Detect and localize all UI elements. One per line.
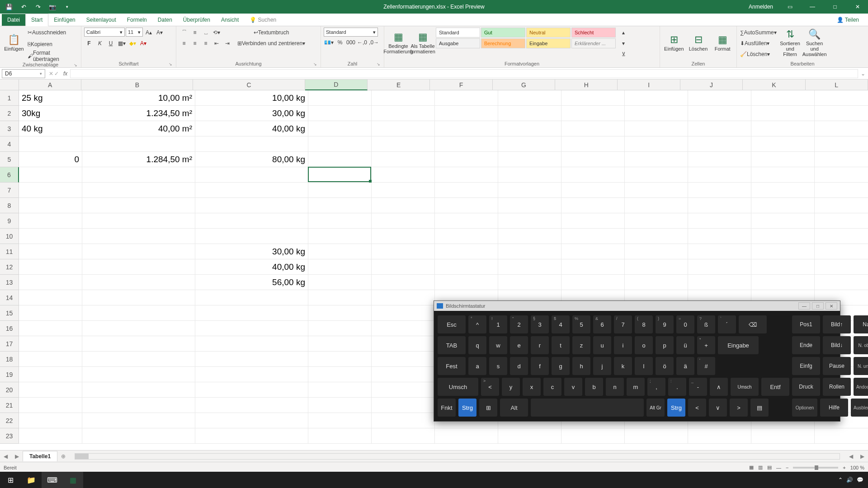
- cut-button[interactable]: ✂ Ausschneiden: [27, 28, 78, 38]
- osk-key[interactable]: t: [552, 336, 570, 354]
- view-layout-icon[interactable]: ▥: [758, 465, 763, 470]
- formula-input[interactable]: [70, 69, 858, 78]
- osk-key[interactable]: u: [593, 336, 611, 354]
- cell[interactable]: 56,00 kg: [195, 275, 308, 290]
- align-top-icon[interactable]: ⎴: [179, 28, 189, 38]
- format-table-button[interactable]: ▦Als Tabelle formatieren: [411, 28, 434, 58]
- osk-nav-key[interactable]: Nav: [854, 315, 868, 333]
- row-header[interactable]: 18: [0, 352, 19, 367]
- cancel-formula-icon[interactable]: ✕: [49, 70, 53, 77]
- column-header[interactable]: C: [193, 80, 305, 90]
- row-header[interactable]: 7: [0, 183, 19, 198]
- cell[interactable]: 40,00 m²: [82, 121, 195, 136]
- osk-nav-key[interactable]: Bild↑: [823, 315, 851, 333]
- osk-nav-key[interactable]: Hilfe: [820, 399, 848, 417]
- osk-key[interactable]: y: [502, 378, 520, 396]
- osk-key[interactable]: Fest: [438, 357, 466, 375]
- share-button[interactable]: 👤 Teilen: [831, 14, 864, 26]
- osk-key[interactable]: ö: [656, 357, 674, 375]
- merge-button[interactable]: ⊞ Verbinden und zentrieren ▾: [237, 38, 306, 48]
- row-header[interactable]: 16: [0, 321, 19, 336]
- tab-file[interactable]: Datei: [2, 14, 25, 26]
- grow-font-icon[interactable]: A▴: [144, 28, 154, 38]
- conditional-fmt-button[interactable]: ▦Bedingte Formatierung: [387, 28, 410, 58]
- row-header[interactable]: 8: [0, 198, 19, 213]
- tab-search[interactable]: 💡 Suchen: [244, 14, 282, 26]
- column-header[interactable]: K: [743, 80, 805, 90]
- tab-review[interactable]: Überprüfen: [178, 14, 216, 26]
- taskbar[interactable]: ⊞ 📁 ⌨ ▦ ⌃ 🔊 💬: [0, 472, 868, 488]
- cells-delete-button[interactable]: ⊟Löschen: [687, 28, 710, 58]
- styles-scroll-up-icon[interactable]: ▴: [618, 28, 628, 38]
- tab-data[interactable]: Daten: [152, 14, 178, 26]
- format-painter-button[interactable]: 🖌 Format übertragen: [27, 51, 78, 61]
- ribbon-display-icon[interactable]: ▭: [779, 0, 800, 14]
- osk-key[interactable]: r: [531, 336, 549, 354]
- tray-action-center-icon[interactable]: 💬: [857, 477, 863, 483]
- osk-key[interactable]: e: [510, 336, 528, 354]
- osk-key[interactable]: Alt Gr: [646, 399, 665, 417]
- osk-key[interactable]: w: [489, 336, 507, 354]
- cells-format-button[interactable]: ▦Format: [711, 28, 734, 58]
- osk-key[interactable]: 7/: [614, 315, 632, 333]
- osk-key[interactable]: 8(: [635, 315, 653, 333]
- row-header[interactable]: 15: [0, 305, 19, 321]
- tab-formulas[interactable]: Formeln: [122, 14, 152, 26]
- align-middle-icon[interactable]: ≡: [190, 28, 200, 38]
- osk-key[interactable]: 4$: [552, 315, 570, 333]
- osk-key[interactable]: p: [656, 336, 674, 354]
- styles-scroll-down-icon[interactable]: ▾: [618, 38, 628, 48]
- enter-formula-icon[interactable]: ✓: [54, 70, 59, 77]
- osk-key[interactable]: j: [593, 357, 611, 375]
- wrap-text-button[interactable]: ↩ Textumbruch: [237, 28, 306, 38]
- osk-close-icon[interactable]: ✕: [826, 302, 837, 310]
- cell[interactable]: 0: [19, 152, 82, 167]
- view-normal-icon[interactable]: ▦: [749, 465, 754, 470]
- name-box[interactable]: D6▾: [2, 69, 45, 78]
- osk-key[interactable]: ä: [676, 357, 694, 375]
- osk-nav-key[interactable]: Pos1: [792, 315, 820, 333]
- currency-icon[interactable]: 💶▾: [324, 38, 334, 47]
- row-header[interactable]: 4: [0, 136, 19, 152]
- column-header[interactable]: D: [305, 80, 368, 90]
- style-berechnung[interactable]: Berechnung: [481, 38, 525, 48]
- clear-button[interactable]: 🧹 Löschen ▾: [740, 49, 777, 59]
- osk-key[interactable]: [531, 399, 644, 417]
- font-size-select[interactable]: 11▾: [126, 28, 143, 37]
- row-header[interactable]: 1: [0, 90, 19, 106]
- align-left-icon[interactable]: ≡: [179, 38, 189, 48]
- undo-icon[interactable]: ↶: [18, 1, 29, 12]
- font-color-button[interactable]: A▾: [138, 38, 148, 48]
- find-select-button[interactable]: 🔍Suchen und Auswählen: [803, 28, 826, 58]
- row-header[interactable]: 12: [0, 259, 19, 275]
- horizontal-scrollbar[interactable]: [75, 453, 840, 460]
- fill-color-button[interactable]: ◆▾: [127, 38, 137, 48]
- minimize-icon[interactable]: —: [802, 0, 823, 14]
- osk-titlebar[interactable]: Bildschirmtastatur — □ ✕: [434, 301, 840, 311]
- hscroll-left-icon[interactable]: ◀: [845, 453, 857, 460]
- osk-key[interactable]: .:: [668, 378, 686, 396]
- osk-key[interactable]: 6&: [593, 315, 611, 333]
- osk-key[interactable]: Entf: [761, 378, 789, 396]
- column-headers[interactable]: ABCDEFGHIJKL: [19, 80, 868, 90]
- osk-key[interactable]: Strg: [458, 399, 476, 417]
- column-header[interactable]: F: [430, 80, 492, 90]
- dec-inc-icon[interactable]: ←,0: [357, 38, 368, 47]
- style-neutral[interactable]: Neutral: [526, 28, 571, 38]
- sort-filter-button[interactable]: ⇅Sortieren und Filtern: [779, 28, 802, 58]
- row-header[interactable]: 21: [0, 398, 19, 413]
- taskbar-explorer-icon[interactable]: 📁: [21, 472, 42, 488]
- osk-key[interactable]: ^°: [468, 315, 486, 333]
- osk-key[interactable]: ß?: [697, 315, 715, 333]
- osk-nav-key[interactable]: Ende: [792, 336, 820, 354]
- row-header[interactable]: 11: [0, 244, 19, 259]
- osk-nav-key[interactable]: N. unten: [854, 357, 868, 375]
- fx-icon[interactable]: fx: [61, 70, 70, 77]
- style-schlecht[interactable]: Schlecht: [571, 28, 616, 38]
- osk-key[interactable]: Alt: [500, 399, 528, 417]
- osk-key[interactable]: g: [552, 357, 570, 375]
- osk-key[interactable]: ⌫: [739, 315, 767, 333]
- osk-key[interactable]: <: [688, 399, 706, 417]
- row-header[interactable]: 22: [0, 413, 19, 428]
- maximize-icon[interactable]: □: [825, 0, 845, 14]
